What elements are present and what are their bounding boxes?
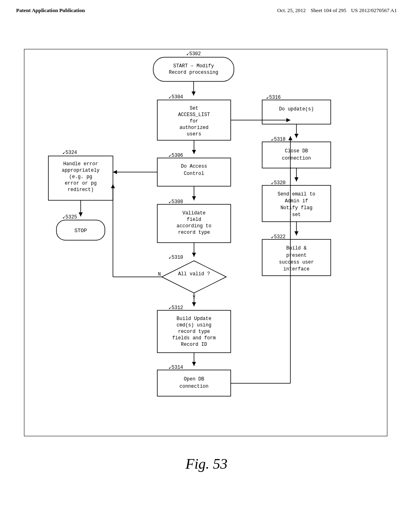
svg-text:field: field <box>187 217 201 222</box>
svg-text:for: for <box>190 118 198 124</box>
node-5314: ↙5314 Open DB connection <box>157 365 231 396</box>
svg-text:↙5304: ↙5304 <box>169 94 183 100</box>
svg-text:Validate: Validate <box>182 210 206 216</box>
node-5312: ↙5312 Build Update cmd(s) using record t… <box>157 305 231 353</box>
svg-text:↙5322: ↙5322 <box>271 234 286 240</box>
svg-text:N: N <box>158 272 161 277</box>
svg-text:All valid ?: All valid ? <box>178 271 210 277</box>
node-5304: ↙5304 Set ACCESS_LIST for authorized use… <box>157 94 231 140</box>
svg-text:↙5314: ↙5314 <box>169 365 183 370</box>
sheet-label: Sheet 104 of 295 <box>311 7 346 14</box>
svg-text:record type: record type <box>178 329 210 335</box>
svg-text:according to: according to <box>177 223 211 229</box>
svg-text:↙5310: ↙5310 <box>169 255 183 260</box>
svg-text:cmd(s) using: cmd(s) using <box>177 322 211 328</box>
svg-text:authorized: authorized <box>179 125 209 131</box>
node-5316: ↙5316 Do update(s) <box>262 95 331 124</box>
svg-text:Open DB: Open DB <box>184 376 204 382</box>
svg-text:Do Access: Do Access <box>181 164 207 169</box>
svg-text:Admin if: Admin if <box>285 198 308 204</box>
svg-rect-60 <box>262 100 331 124</box>
svg-text:↙5302: ↙5302 <box>186 51 201 57</box>
svg-text:redirect): redirect) <box>68 187 94 193</box>
svg-text:↙5316: ↙5316 <box>266 95 281 100</box>
svg-marker-5 <box>192 91 196 96</box>
svg-text:Set: Set <box>190 106 198 111</box>
svg-marker-32 <box>192 253 196 257</box>
svg-text:↙5318: ↙5318 <box>271 137 286 142</box>
svg-marker-51 <box>192 362 196 366</box>
svg-marker-42 <box>192 302 196 306</box>
svg-text:↙5320: ↙5320 <box>271 180 286 186</box>
node-5302: ↙5302 START – Modify Record processing <box>153 51 234 81</box>
svg-text:↙5324: ↙5324 <box>63 150 77 156</box>
svg-text:Control: Control <box>184 171 204 177</box>
svg-marker-77 <box>294 231 298 235</box>
svg-text:Handle error: Handle error <box>63 161 98 167</box>
svg-text:interface: interface <box>284 266 310 272</box>
svg-marker-16 <box>192 150 196 154</box>
svg-text:↙5312: ↙5312 <box>169 305 183 311</box>
svg-marker-69 <box>294 177 298 181</box>
flowchart-svg: ↙5302 START – Modify Record processing ↙… <box>0 17 413 484</box>
node-5324: ↙5324 Handle error appropriately (e.g. p… <box>48 150 113 200</box>
svg-text:appropriately: appropriately <box>62 168 100 173</box>
node-5318: ↙5318 Close DB connection <box>262 137 331 168</box>
node-5320: ↙5320 Send email to Admin if Notify flag… <box>262 180 331 222</box>
svg-text:set: set <box>292 212 301 218</box>
svg-marker-22 <box>113 170 117 174</box>
diagram-area: ↙5302 START – Modify Record processing ↙… <box>0 17 413 484</box>
svg-text:users: users <box>187 131 201 137</box>
svg-text:↙5325: ↙5325 <box>63 214 77 220</box>
svg-marker-58 <box>288 136 292 140</box>
svg-text:connection: connection <box>179 384 209 389</box>
patent-label: US 2012/0270567 A1 <box>351 7 397 14</box>
svg-text:Record ID: Record ID <box>181 342 207 347</box>
svg-text:STOP: STOP <box>74 228 87 234</box>
svg-marker-34 <box>162 261 226 293</box>
node-5310: ↙5310 All valid ? N Y <box>158 255 226 301</box>
svg-text:Record processing: Record processing <box>169 70 218 75</box>
svg-rect-53 <box>157 370 231 396</box>
svg-text:Close DB: Close DB <box>285 148 308 154</box>
svg-text:Notify flag: Notify flag <box>280 205 312 211</box>
svg-text:START – Modify: START – Modify <box>173 63 214 69</box>
svg-marker-63 <box>294 134 298 138</box>
svg-text:present: present <box>286 253 307 258</box>
svg-text:ACCESS_LIST: ACCESS_LIST <box>178 112 210 118</box>
node-5326: ↙5325 STOP <box>56 214 105 240</box>
svg-text:Do update(s): Do update(s) <box>279 106 314 112</box>
svg-text:record type: record type <box>178 230 210 235</box>
node-5322: ↙5322 Build & present success user inter… <box>262 234 331 276</box>
page-header: Patent Application Publication Oct. 25, … <box>0 0 413 17</box>
svg-text:(e.g. pg: (e.g. pg <box>69 174 92 180</box>
publication-label: Patent Application Publication <box>16 7 85 14</box>
svg-text:↙5308: ↙5308 <box>169 199 183 205</box>
svg-marker-24 <box>192 196 196 200</box>
svg-marker-92 <box>79 212 83 216</box>
node-5306: ↙5306 Do Access Control <box>157 153 231 186</box>
date-label: Oct. 25, 2012 <box>277 7 306 14</box>
header-right: Oct. 25, 2012 Sheet 104 of 295 US 2012/0… <box>277 7 397 14</box>
svg-text:Build Update: Build Update <box>177 316 211 322</box>
node-5308: ↙5308 Validate field according to record… <box>157 199 231 243</box>
svg-text:success user: success user <box>279 260 314 265</box>
figure-caption: Fig. 53 <box>186 455 227 472</box>
svg-text:Send email to: Send email to <box>277 191 315 197</box>
svg-text:fields and form: fields and form <box>172 335 216 341</box>
svg-text:Build &: Build & <box>286 245 307 251</box>
svg-text:error or pg: error or pg <box>65 181 96 186</box>
svg-rect-65 <box>262 142 331 168</box>
svg-text:↙5306: ↙5306 <box>169 153 183 158</box>
svg-text:connection: connection <box>282 156 311 161</box>
svg-marker-14 <box>286 118 290 122</box>
svg-rect-1 <box>153 57 234 81</box>
